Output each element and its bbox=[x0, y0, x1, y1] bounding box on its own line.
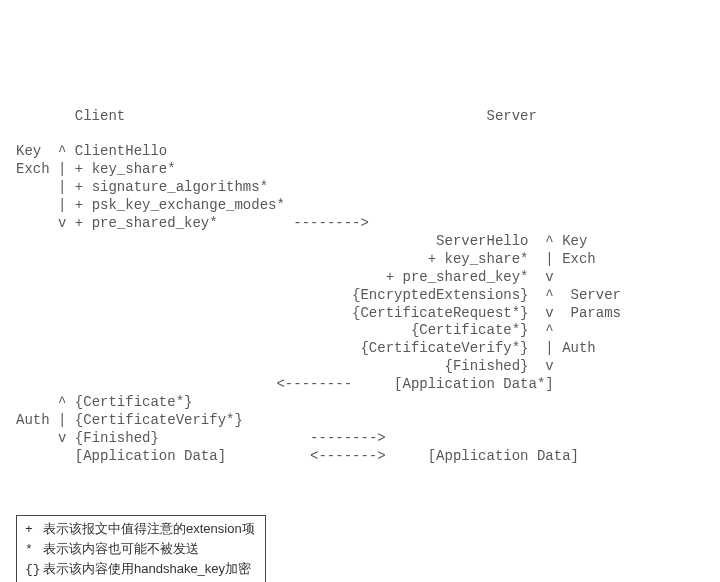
legend-box: +表示该报文中值得注意的extension项 *表示该内容也可能不被发送 {}表… bbox=[16, 515, 266, 582]
msg-cert-server: {Certificate*} bbox=[411, 322, 529, 338]
marker: | bbox=[58, 179, 66, 195]
legend-sym: {} bbox=[25, 561, 43, 580]
marker: v bbox=[58, 430, 66, 446]
label-auth-server: Auth bbox=[562, 340, 596, 356]
msg-finished-server: {Finished} bbox=[444, 358, 528, 374]
msg-clienthello: ClientHello bbox=[75, 143, 167, 159]
msg-encext: {EncryptedExtensions} bbox=[352, 287, 528, 303]
label-auth-client: Auth bbox=[16, 412, 50, 428]
arrow-right-icon: --------> bbox=[293, 215, 369, 231]
arrow-right-icon: --------> bbox=[310, 430, 386, 446]
marker: | bbox=[545, 251, 553, 267]
label-key-server: Key bbox=[562, 233, 587, 249]
legend-item: +表示该报文中值得注意的extension项 bbox=[25, 520, 255, 540]
legend-item: {}表示该内容使用handshake_key加密 bbox=[25, 560, 255, 580]
marker: | bbox=[545, 340, 553, 356]
marker: ^ bbox=[545, 287, 553, 303]
marker: | bbox=[58, 412, 66, 428]
legend-text: 表示该报文中值得注意的extension项 bbox=[43, 521, 255, 536]
legend-text: 表示该内容也可能不被发送 bbox=[43, 541, 199, 556]
arrow-left-icon: <-------- bbox=[276, 376, 352, 392]
marker: ^ bbox=[58, 394, 66, 410]
msg-certreq: {CertificateRequest*} bbox=[352, 305, 528, 321]
marker: v bbox=[58, 215, 66, 231]
legend-text: 表示该内容使用handshake_key加密 bbox=[43, 561, 251, 576]
arrow-both-icon: <-------> bbox=[310, 448, 386, 464]
marker: ^ bbox=[58, 143, 66, 159]
ext-pskmodes: + psk_key_exchange_modes* bbox=[75, 197, 285, 213]
msg-appdata-client: [Application Data] bbox=[75, 448, 226, 464]
marker: v bbox=[545, 358, 553, 374]
msg-certverify-server: {CertificateVerify*} bbox=[360, 340, 528, 356]
label-key-client: Key bbox=[16, 143, 41, 159]
ext-sigalg: + signature_algorithms* bbox=[75, 179, 268, 195]
ext-keyshare: + key_share* bbox=[75, 161, 176, 177]
ext-keyshare-server: + key_share* bbox=[428, 251, 529, 267]
legend-sym: * bbox=[25, 541, 43, 560]
msg-appdata-server: [Application Data*] bbox=[394, 376, 554, 392]
ext-psk-server: + pre_shared_key* bbox=[386, 269, 529, 285]
marker: v bbox=[545, 305, 553, 321]
msg-appdata-server2: [Application Data] bbox=[428, 448, 579, 464]
label-exch-client: Exch bbox=[16, 161, 50, 177]
handshake-diagram: Client Server Key ^ ClientHello Exch | +… bbox=[16, 108, 704, 466]
marker: | bbox=[58, 161, 66, 177]
label-params: Params bbox=[571, 305, 621, 321]
marker: | bbox=[58, 197, 66, 213]
marker: ^ bbox=[545, 233, 553, 249]
msg-cert-client: {Certificate*} bbox=[75, 394, 193, 410]
label-server: Server bbox=[571, 287, 621, 303]
msg-finished-client: {Finished} bbox=[75, 430, 159, 446]
marker: ^ bbox=[545, 322, 553, 338]
ext-psk: + pre_shared_key* bbox=[75, 215, 218, 231]
msg-serverhello: ServerHello bbox=[436, 233, 528, 249]
msg-certverify-client: {CertificateVerify*} bbox=[75, 412, 243, 428]
header-server: Server bbox=[487, 108, 537, 124]
header-client: Client bbox=[75, 108, 125, 124]
marker: v bbox=[545, 269, 553, 285]
label-exch-server: Exch bbox=[562, 251, 596, 267]
legend-sym: + bbox=[25, 521, 43, 540]
legend-item: *表示该内容也可能不被发送 bbox=[25, 540, 255, 560]
